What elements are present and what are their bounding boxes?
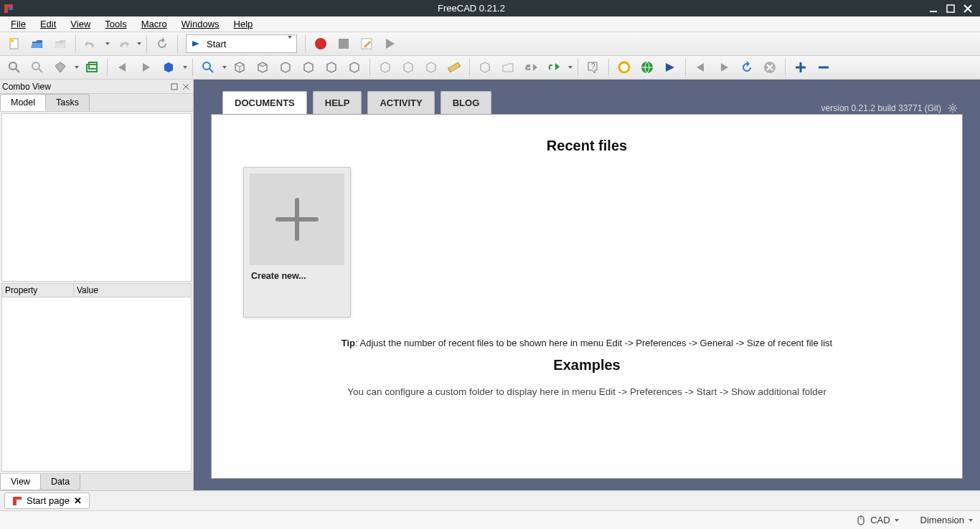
svg-line-24 [209, 69, 213, 72]
part-icon[interactable] [475, 57, 495, 77]
tab-tasks[interactable]: Tasks [45, 94, 90, 111]
bottom-view-icon[interactable] [321, 57, 341, 77]
svg-point-10 [315, 38, 326, 49]
minimize-icon[interactable] [927, 2, 940, 15]
tip-row: Tip: Adjust the number of recent files t… [240, 338, 933, 348]
iso-dropdown-icon[interactable] [222, 66, 227, 69]
undo-icon[interactable] [81, 34, 101, 54]
start-tab-documents[interactable]: DOCUMENTS [222, 91, 307, 114]
nav-back-icon[interactable] [113, 57, 133, 77]
workbench-selected: Start [207, 39, 226, 49]
combo-float-icon[interactable] [169, 82, 179, 92]
macro-edit-icon[interactable] [357, 34, 377, 54]
svg-point-23 [203, 62, 210, 70]
create-new-card[interactable]: Create new... [243, 167, 351, 318]
top-view-icon[interactable] [253, 57, 273, 77]
toolbar-separator [369, 59, 370, 76]
property-grid[interactable] [1, 297, 192, 472]
link-actions-dropdown-icon[interactable] [568, 66, 573, 69]
zoom-fit-icon[interactable] [4, 57, 24, 77]
combo-close-icon[interactable] [181, 82, 191, 92]
toolbar-separator [305, 35, 306, 52]
tab-data[interactable]: Data [40, 474, 80, 490]
group-icon[interactable] [498, 57, 518, 77]
draw-style-icon[interactable] [50, 57, 70, 77]
maximize-icon[interactable] [944, 2, 957, 15]
doc-tab-close-icon[interactable]: ✕ [74, 495, 82, 506]
nav-back2-icon[interactable] [691, 57, 711, 77]
svg-marker-13 [386, 39, 395, 49]
svg-point-44 [951, 107, 954, 110]
right-view-icon[interactable] [275, 57, 296, 77]
menu-edit[interactable]: Edit [34, 17, 62, 31]
gear-icon[interactable] [947, 103, 958, 114]
svg-marker-8 [9, 38, 14, 42]
dimension-selector[interactable]: Dimension [920, 515, 973, 525]
nav-fwd2-icon[interactable] [714, 57, 734, 77]
svg-line-15 [16, 69, 19, 72]
workbench-selector[interactable]: Start [186, 34, 297, 53]
macro-stop-icon[interactable] [334, 34, 354, 54]
bounding-box-icon[interactable] [82, 57, 102, 77]
model-tree[interactable] [1, 113, 192, 282]
close-icon[interactable] [961, 2, 974, 15]
svg-rect-56 [13, 497, 22, 500]
start-tab-help[interactable]: HELP [313, 91, 362, 114]
nav-fwd-icon[interactable] [136, 57, 156, 77]
refresh-icon[interactable] [152, 34, 172, 54]
rear-view-icon[interactable] [298, 57, 319, 77]
tab-model[interactable]: Model [0, 94, 46, 111]
link-make-icon[interactable] [521, 57, 541, 77]
toolbar-view: ? [0, 56, 980, 80]
open-doc-icon[interactable] [27, 34, 47, 54]
save-doc-icon[interactable] [50, 34, 70, 54]
web-refresh-icon[interactable] [737, 57, 757, 77]
menu-tools[interactable]: Tools [98, 17, 133, 31]
link-nav-dropdown-icon[interactable] [183, 66, 187, 69]
statusbar: CAD Dimension [0, 510, 980, 529]
menu-view[interactable]: View [64, 17, 97, 31]
redo-icon[interactable] [113, 34, 133, 54]
new-doc-icon[interactable] [4, 34, 24, 54]
macro-record-icon[interactable] [311, 34, 331, 54]
front-view-icon[interactable] [230, 57, 250, 77]
svg-marker-9 [192, 41, 199, 47]
menu-file[interactable]: File [4, 17, 32, 31]
doc-tab-start-page[interactable]: Start page ✕ [4, 492, 90, 509]
tab-view[interactable]: View [0, 474, 41, 490]
draw-style-dropdown-icon[interactable] [75, 66, 79, 69]
measure-icon[interactable] [444, 57, 464, 77]
value-col-header: Value [74, 284, 101, 297]
start-tab-blog[interactable]: BLOG [440, 91, 492, 114]
web-prev-icon[interactable] [614, 57, 634, 77]
redo-dropdown-icon[interactable] [137, 42, 141, 45]
zoom-selection-icon[interactable] [27, 57, 47, 77]
svg-marker-18 [55, 62, 65, 72]
undo-dropdown-icon[interactable] [105, 42, 110, 45]
chevron-down-icon [288, 36, 292, 49]
plus-icon [250, 173, 344, 265]
link-actions-icon[interactable] [544, 57, 564, 77]
cube-2-icon[interactable] [398, 57, 418, 77]
start-tab-activity[interactable]: ACTIVITY [367, 91, 434, 114]
cube-3-icon[interactable] [421, 57, 441, 77]
menu-macro[interactable]: Macro [135, 17, 174, 31]
zoom-in-icon[interactable] [791, 57, 811, 77]
iso-view-icon[interactable] [198, 57, 218, 77]
menu-help[interactable]: Help [227, 17, 260, 31]
macro-play-icon[interactable] [380, 34, 400, 54]
svg-point-14 [9, 62, 17, 70]
property-col-header: Property [2, 284, 74, 297]
whats-this-icon[interactable]: ? [583, 57, 603, 77]
nav-style-selector[interactable]: CAD [856, 515, 898, 525]
cube-1-icon[interactable] [375, 57, 395, 77]
toolbar-separator [469, 59, 470, 76]
svg-point-30 [619, 62, 629, 72]
web-next-icon[interactable] [660, 57, 680, 77]
zoom-out-icon[interactable] [814, 57, 834, 77]
web-home-icon[interactable] [637, 57, 657, 77]
link-nav-icon[interactable] [159, 57, 179, 77]
left-view-icon[interactable] [344, 57, 364, 77]
menu-windows[interactable]: Windows [175, 17, 226, 31]
web-stop-icon[interactable] [760, 57, 780, 77]
